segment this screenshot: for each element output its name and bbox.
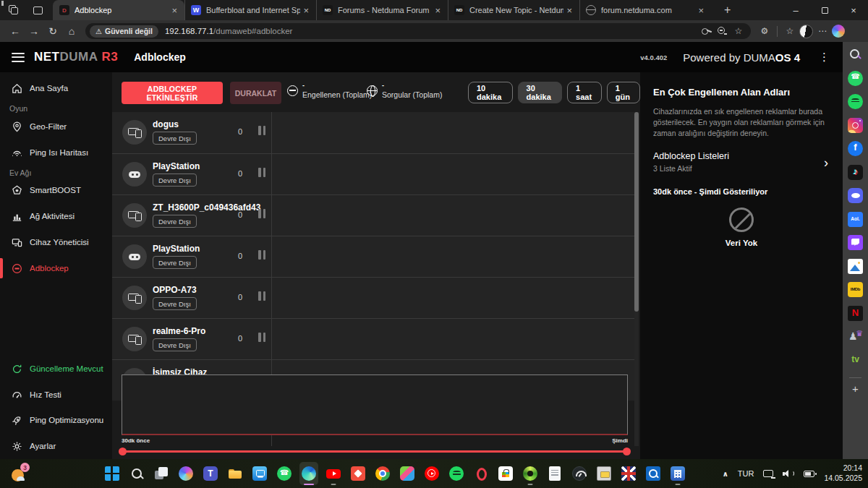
aol-icon[interactable]	[848, 212, 863, 227]
whatsapp-icon[interactable]	[275, 462, 294, 485]
device-pause-button[interactable]	[258, 209, 265, 218]
speedtest-tray-icon[interactable]	[570, 462, 589, 485]
tiktok-icon[interactable]	[848, 165, 863, 180]
device-pause-button[interactable]	[258, 168, 265, 177]
device-pause-button[interactable]	[258, 126, 265, 135]
spotify-icon[interactable]	[848, 94, 863, 109]
sidebar-search-icon[interactable]	[848, 47, 863, 62]
slider-handle-start[interactable]	[119, 448, 127, 455]
forward-button[interactable]: →	[25, 25, 43, 37]
slider-handle-end[interactable]	[623, 448, 631, 455]
workspaces-icon[interactable]	[4, 3, 23, 17]
file-explorer-icon[interactable]	[226, 462, 244, 485]
time-range-button[interactable]: 1 saat	[567, 82, 602, 103]
favorites-bar-icon[interactable]: ☆	[782, 24, 798, 38]
device-pause-button[interactable]	[258, 291, 265, 301]
browser-tab[interactable]: Create New Topic - Netduma Foru ×	[448, 0, 579, 20]
zoom-out-icon[interactable]	[715, 24, 731, 38]
home-button[interactable]: ⌂	[62, 25, 81, 37]
sidebar-item-network-activity[interactable]: Ağ Aktivitesi	[0, 207, 112, 225]
teams-icon[interactable]	[201, 462, 220, 485]
password-key-icon[interactable]	[699, 24, 715, 38]
browser-tab[interactable]: Bufferbloat and Internet Speed Te ×	[184, 0, 316, 20]
sidebar-item-speed-test[interactable]: Hız Testi	[0, 386, 112, 403]
sidebar-item-update-available[interactable]: Güncelleme Mevcut	[0, 360, 112, 377]
profile-avatar[interactable]	[799, 25, 813, 38]
pingplotter-icon[interactable]	[644, 462, 663, 485]
battery-icon[interactable]	[804, 471, 814, 477]
close-button[interactable]: ×	[839, 0, 868, 20]
address-bar[interactable]: ⚠Güvenli değil 192.168.77.1/dumaweb#adbl…	[85, 23, 751, 39]
bluestacks-icon[interactable]	[398, 462, 417, 485]
legacy-folder-icon[interactable]	[595, 462, 613, 485]
more-menu-icon[interactable]: ⋯	[814, 24, 830, 38]
favorite-star-icon[interactable]: ☆	[731, 24, 746, 38]
time-range-button[interactable]: 10 dakika	[468, 82, 513, 103]
sidebar-item-home[interactable]: Ana Sayfa	[0, 80, 112, 97]
language-indicator[interactable]: TUR	[738, 469, 754, 478]
security-badge[interactable]: ⚠Güvenli değil	[90, 25, 158, 38]
tab-close-icon[interactable]: ×	[169, 6, 180, 15]
adblocker-lists-link[interactable]: Adblockep Listeleri 3 Liste Aktif ›	[653, 151, 830, 173]
netflix-icon[interactable]	[848, 306, 863, 321]
twitch-icon[interactable]	[848, 235, 863, 250]
volume-icon[interactable]	[783, 468, 794, 479]
chess-icon[interactable]	[848, 329, 863, 344]
widgets-icon[interactable]: 3	[12, 465, 29, 482]
new-tab-button[interactable]: +	[720, 4, 735, 17]
sidebar-item-ping-optimization[interactable]: Ping Optimizasyonu	[0, 411, 112, 429]
translator-icon[interactable]	[619, 462, 638, 485]
chevron-right-icon[interactable]: ›	[824, 155, 828, 171]
facebook-icon[interactable]	[848, 141, 863, 156]
tab-close-icon[interactable]: ×	[432, 6, 443, 15]
start-icon[interactable]	[103, 462, 122, 485]
notepad-icon[interactable]	[545, 462, 564, 485]
network-icon[interactable]	[763, 470, 773, 477]
copilot-icon[interactable]	[832, 25, 845, 38]
clock[interactable]: 20:14 14.05.2025	[824, 463, 862, 483]
maximize-button[interactable]	[810, 0, 839, 20]
time-range-button[interactable]: 30 dakika	[518, 82, 563, 103]
opera-icon[interactable]	[472, 462, 490, 485]
sidebar-item-geo-filter[interactable]: Geo-Filter	[0, 118, 112, 135]
ms-store-icon[interactable]	[496, 462, 515, 485]
minimize-button[interactable]: –	[781, 0, 810, 20]
sidebar-item-adblocker[interactable]: Adblockep	[0, 260, 112, 277]
enable-adblocker-button[interactable]: ADBLOCKEP ETKİNLEŞTİR	[122, 82, 223, 104]
instagram-icon[interactable]	[848, 118, 863, 133]
timeline-range-slider[interactable]	[122, 448, 628, 456]
hamburger-menu-icon[interactable]	[12, 53, 25, 62]
browser-tab[interactable]: forum.netduma.com ×	[579, 0, 711, 20]
chrome-icon[interactable]	[373, 462, 392, 485]
edge-icon[interactable]	[299, 462, 318, 485]
kebab-menu-icon[interactable]: ⋮	[819, 51, 830, 64]
browser-tab[interactable]: Forums - Netduma Forum ×	[316, 0, 448, 20]
discord-icon[interactable]	[848, 188, 863, 203]
sidebar-item-smartboost[interactable]: SmartBOOST	[0, 181, 112, 199]
photos-icon[interactable]	[848, 259, 863, 274]
pause-button[interactable]: DURAKLAT	[230, 82, 281, 104]
spotify-icon[interactable]	[447, 462, 466, 485]
tab-close-icon[interactable]: ×	[695, 6, 707, 15]
browser-tab[interactable]: Adblockep ×	[53, 0, 184, 20]
device-pause-button[interactable]	[258, 250, 265, 260]
sidebar-item-ping-heatmap[interactable]: Ping Isı Haritası	[0, 144, 112, 161]
refresh-button[interactable]: ↻	[43, 25, 62, 37]
sidebar-item-device-manager[interactable]: Cihaz Yöneticisi	[0, 234, 112, 251]
device-pause-button[interactable]	[258, 333, 265, 342]
imdb-icon[interactable]	[848, 282, 863, 297]
scrollbar-thumb[interactable]	[634, 112, 639, 312]
optimizer-icon[interactable]	[521, 462, 540, 485]
copilot-icon[interactable]	[176, 462, 195, 485]
sidebar-item-settings[interactable]: Ayarlar	[0, 437, 112, 455]
tray-overflow-chevron-icon[interactable]: ∧	[723, 470, 728, 478]
calculator-icon[interactable]	[668, 462, 687, 485]
youtube-icon[interactable]	[324, 462, 343, 485]
whatsapp-icon[interactable]	[848, 71, 863, 86]
task-view-icon[interactable]	[152, 462, 171, 485]
back-button[interactable]: ←	[6, 25, 25, 37]
scrollbar-track[interactable]	[634, 112, 639, 446]
tab-close-icon[interactable]: ×	[563, 6, 575, 15]
filmora-icon[interactable]	[349, 462, 367, 485]
tab-close-icon[interactable]: ×	[300, 6, 312, 15]
